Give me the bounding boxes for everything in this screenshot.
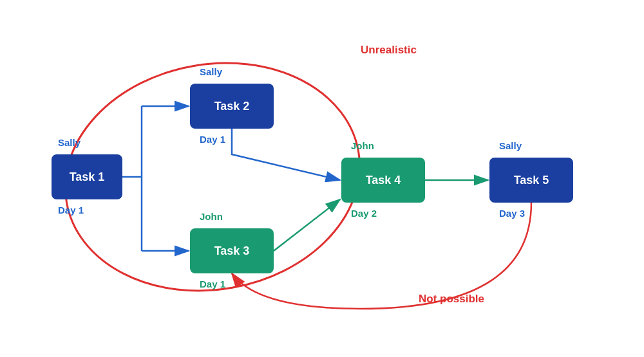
- task4-day: Day 2: [351, 208, 377, 219]
- task3-owner: John: [200, 211, 223, 222]
- task1-label: Task 1: [70, 170, 105, 184]
- task4-owner: John: [351, 140, 374, 151]
- task3-label: Task 3: [214, 244, 250, 258]
- task1-owner: Sally: [58, 137, 80, 148]
- task2-owner: Sally: [200, 66, 222, 77]
- task4-box: Task 4: [341, 158, 425, 203]
- task5-owner: Sally: [499, 140, 522, 151]
- svg-line-10: [274, 199, 340, 251]
- task5-day: Day 3: [499, 208, 525, 219]
- diagram: Task 1 Sally Day 1 Task 2 Sally Day 1 Ta…: [0, 0, 644, 357]
- not-possible-label: Not possible: [419, 293, 484, 306]
- task2-day: Day 1: [200, 134, 225, 145]
- task2-label: Task 2: [214, 100, 250, 113]
- task5-label: Task 5: [514, 174, 549, 187]
- task3-box: Task 3: [190, 228, 274, 273]
- task5-box: Task 5: [489, 158, 573, 203]
- unrealistic-label: Unrealistic: [361, 44, 417, 57]
- task1-box: Task 1: [52, 154, 122, 199]
- task1-day: Day 1: [58, 205, 84, 215]
- task2-box: Task 2: [190, 84, 274, 129]
- task3-day: Day 1: [200, 279, 225, 289]
- task4-label: Task 4: [366, 174, 401, 187]
